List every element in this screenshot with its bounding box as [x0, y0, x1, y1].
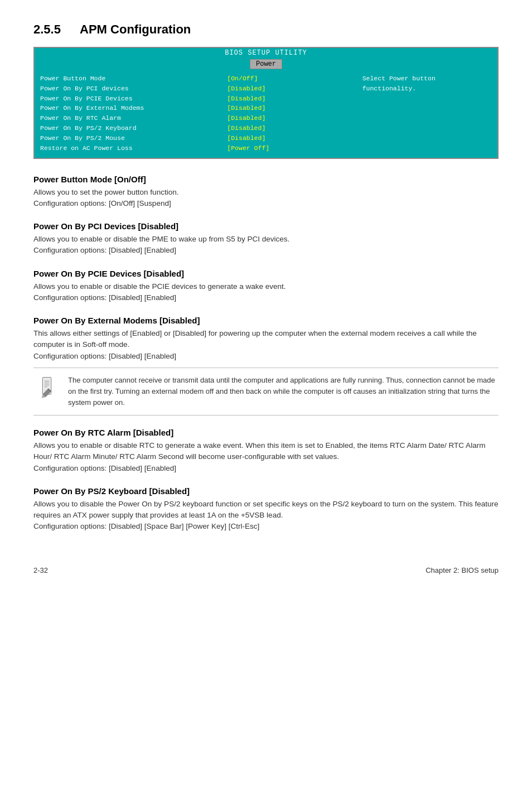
bios-row-4-value: [Disabled] [227, 103, 356, 113]
bios-tab-row: Power [35, 58, 497, 69]
bios-tab-power[interactable]: Power [250, 59, 282, 69]
bios-header: BIOS SETUP UTILITY [35, 48, 497, 58]
bios-row-1-value: [On/Off] [227, 74, 356, 84]
bios-row-7-label: Power On By PS/2 Mouse [40, 133, 221, 143]
footer-chapter: Chapter 2: BIOS setup [425, 566, 499, 574]
subsection-power-on-pci: Power On By PCI Devices [Disabled] Allow… [33, 221, 499, 257]
section-title: 2.5.5 APM Configuration [33, 22, 499, 37]
bios-row-3-label: Power On By PCIE Devices [40, 94, 221, 104]
bios-row-4-label: Power On By External Modems [40, 103, 221, 113]
bios-help-text: Select Power button functionality. [362, 74, 492, 94]
bios-row-5-label: Power On By RTC Alarm [40, 113, 221, 123]
subsections-container: Power Button Mode [On/Off] Allows you to… [33, 175, 499, 533]
subsection-title-power-on-rtc: Power On By RTC Alarm [Disabled] [33, 428, 499, 437]
subsection-power-on-modems: Power On By External Modems [Disabled] T… [33, 316, 499, 416]
bios-row-5-value: [Disabled] [227, 113, 356, 123]
subsection-title-power-on-modems: Power On By External Modems [Disabled] [33, 316, 499, 325]
note-text: The computer cannot receive or transmit … [68, 375, 499, 408]
bios-row-7-value: [Disabled] [227, 133, 356, 143]
subsection-title-power-on-pci: Power On By PCI Devices [Disabled] [33, 221, 499, 231]
pencil-icon [35, 376, 59, 400]
subsection-body-power-on-keyboard: Allows you to disable the Power On by PS… [33, 499, 499, 533]
subsection-body-power-on-rtc: Allows you to enable or disable RTC to g… [33, 440, 499, 474]
note-box: The computer cannot receive or transmit … [33, 368, 499, 416]
subsection-power-on-rtc: Power On By RTC Alarm [Disabled] Allows … [33, 428, 499, 474]
subsection-title-power-on-pcie: Power On By PCIE Devices [Disabled] [33, 269, 499, 278]
page-footer: 2-32 Chapter 2: BIOS setup [33, 566, 499, 574]
bios-labels: Power Button Mode Power On By PCI device… [40, 74, 221, 153]
bios-row-3-value: [Disabled] [227, 94, 356, 104]
subsection-body-power-button-mode: Allows you to set the power button funct… [33, 187, 499, 210]
subsection-body-power-on-modems: This allows either settings of [Enabled]… [33, 328, 499, 362]
bios-row-2-value: [Disabled] [227, 84, 356, 94]
bios-screen: BIOS SETUP UTILITY Power Power Button Mo… [33, 47, 499, 159]
bios-body: Power Button Mode Power On By PCI device… [35, 69, 497, 158]
note-icon [33, 375, 60, 402]
bios-help: Select Power button functionality. [362, 74, 492, 153]
subsection-title-power-on-keyboard: Power On By PS/2 Keyboard [Disabled] [33, 486, 499, 496]
subsection-power-button-mode: Power Button Mode [On/Off] Allows you to… [33, 175, 499, 210]
bios-row-8-value: [Power Off] [227, 143, 356, 153]
bios-row-2-label: Power On By PCI devices [40, 84, 221, 94]
subsection-power-on-pcie: Power On By PCIE Devices [Disabled] Allo… [33, 269, 499, 304]
footer-page-number: 2-32 [33, 566, 48, 574]
bios-values: [On/Off] [Disabled] [Disabled] [Disabled… [227, 74, 356, 153]
bios-row-6-value: [Disabled] [227, 123, 356, 133]
section-name: APM Configuration [80, 22, 191, 36]
subsection-title-power-button-mode: Power Button Mode [On/Off] [33, 175, 499, 184]
subsection-body-power-on-pcie: Allows you to enable or disable the PCIE… [33, 281, 499, 304]
bios-row-1-label: Power Button Mode [40, 74, 221, 84]
subsection-body-power-on-pci: Allows you to enable or disable the PME … [33, 234, 499, 257]
bios-row-6-label: Power On By PS/2 Keyboard [40, 123, 221, 133]
section-number: 2.5.5 [33, 22, 61, 36]
subsection-power-on-keyboard: Power On By PS/2 Keyboard [Disabled] All… [33, 486, 499, 533]
bios-row-8-label: Restore on AC Power Loss [40, 143, 221, 153]
